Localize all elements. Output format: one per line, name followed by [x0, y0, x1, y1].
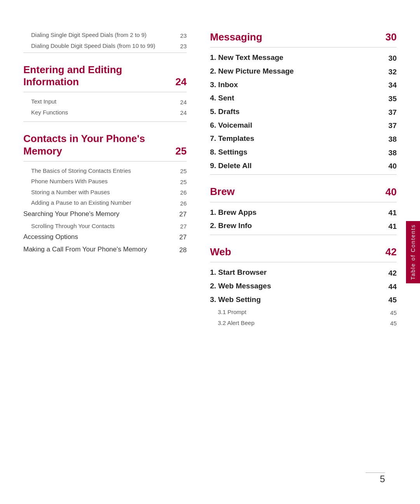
right-column: Messaging 30 1. New Text Message 30 2. N…	[210, 31, 397, 337]
list-item: 2. New Picture Message 32	[210, 67, 397, 76]
entry-label: 5. Drafts	[210, 107, 385, 117]
entry-page: 38	[385, 135, 397, 144]
section-header: Contacts in Your Phone's Memory 25	[23, 133, 187, 157]
entry-label: 3. Web Setting	[210, 295, 385, 305]
list-item: Searching Your Phone's Memory 27	[23, 210, 187, 218]
bottom-divider	[366, 472, 385, 473]
entry-page: 27	[175, 211, 187, 218]
list-item: 3. Inbox 34	[210, 80, 397, 90]
entry-label: 3. Inbox	[210, 80, 385, 90]
list-item: 7. Templates 38	[210, 134, 397, 144]
entry-label: Scrolling Through Your Contacts	[31, 222, 175, 230]
list-item: Phone Numbers With Pauses 25	[23, 177, 187, 185]
entry-page: 27	[175, 234, 187, 241]
section-page-num: 40	[381, 186, 397, 198]
section-title: Web	[210, 246, 231, 258]
section-page-num: 25	[171, 145, 187, 157]
entry-page: 38	[385, 149, 397, 157]
entry-page: 23	[175, 43, 187, 49]
entry-label: 7. Templates	[210, 134, 385, 144]
list-item: 6. Voicemail 37	[210, 121, 397, 130]
section-header: Web 42	[210, 246, 397, 258]
section-header: Messaging 30	[210, 31, 397, 43]
entry-label: 4. Sent	[210, 93, 385, 103]
list-item: 3.1 Prompt 45	[210, 308, 397, 316]
entry-page: 23	[175, 32, 187, 39]
entry-label: Key Functions	[31, 109, 175, 116]
entry-page: 37	[385, 108, 397, 117]
list-item: 2. Web Messages 44	[210, 281, 397, 291]
list-item: 4. Sent 35	[210, 93, 397, 103]
side-tab: Table of Contents	[406, 221, 420, 283]
section-page-num: 42	[381, 246, 397, 258]
entry-label: 1. Brew Apps	[210, 208, 385, 218]
section-web: Web 42 1. Start Browser 42 2. Web Messag…	[210, 246, 397, 327]
list-item: Dialing Double Digit Speed Dials (from 1…	[23, 42, 187, 50]
section-header: Brew 40	[210, 186, 397, 198]
section-divider	[23, 121, 187, 122]
section-title: Contacts in Your Phone's Memory	[23, 133, 171, 157]
entry-page: 32	[385, 68, 397, 76]
entry-label: Dialing Single Digit Speed Dials (from 2…	[23, 31, 175, 39]
entry-label: Searching Your Phone's Memory	[23, 210, 175, 218]
section-brew: Brew 40 1. Brew Apps 41 2. Brew Info 41	[210, 186, 397, 235]
entry-page: 30	[385, 54, 397, 63]
entry-page: 42	[385, 269, 397, 277]
section-divider	[210, 174, 397, 175]
section-divider	[210, 202, 397, 202]
list-item: The Basics of Storing Contacts Entries 2…	[23, 167, 187, 175]
section-header: Entering and Editing Information 24	[23, 64, 187, 88]
entry-page: 41	[385, 222, 397, 231]
entry-label: Making a Call From Your Phone's Memory	[23, 245, 175, 254]
entry-page: 25	[175, 168, 187, 174]
entry-label: 3.1 Prompt	[218, 308, 385, 316]
list-item: 1. Brew Apps 41	[210, 208, 397, 218]
entry-label: Dialing Double Digit Speed Dials (from 1…	[23, 42, 175, 50]
section-divider	[23, 92, 187, 92]
list-item: 1. New Text Message 30	[210, 53, 397, 63]
entry-label: The Basics of Storing Contacts Entries	[31, 167, 175, 175]
entry-page: 27	[175, 223, 187, 230]
section-title: Brew	[210, 186, 235, 198]
list-item: Dialing Single Digit Speed Dials (from 2…	[23, 31, 187, 39]
entry-label: 9. Delete All	[210, 161, 385, 171]
list-item: Text Input 24	[23, 98, 187, 105]
list-item: Storing a Number with Pauses 26	[23, 188, 187, 196]
entry-page: 44	[385, 283, 397, 291]
list-item: 2. Brew Info 41	[210, 221, 397, 231]
list-item: Accessing Options 27	[23, 233, 187, 241]
page-container: Dialing Single Digit Speed Dials (from 2…	[0, 0, 420, 504]
entry-label: Text Input	[31, 98, 175, 105]
section-entering-editing: Entering and Editing Information 24 Text…	[23, 64, 187, 122]
entry-label: Adding a Pause to an Existing Number	[31, 199, 175, 207]
left-column: Dialing Single Digit Speed Dials (from 2…	[23, 31, 187, 337]
entry-page: 25	[175, 179, 187, 185]
section-page-num: 24	[171, 76, 187, 88]
entry-page: 26	[175, 200, 187, 207]
section-divider	[210, 235, 397, 235]
section-title: Messaging	[210, 31, 262, 43]
entry-label: 2. Brew Info	[210, 221, 385, 231]
entry-page: 37	[385, 121, 397, 130]
entry-page: 26	[175, 189, 187, 196]
section-title: Entering and Editing Information	[23, 64, 171, 88]
list-item: 3. Web Setting 45	[210, 295, 397, 305]
entry-label: 2. New Picture Message	[210, 67, 385, 76]
section-divider	[23, 53, 187, 53]
list-item: Key Functions 24	[23, 109, 187, 116]
side-tab-label: Table of Contents	[410, 224, 416, 280]
entry-page: 28	[175, 246, 187, 254]
list-item: 3.2 Alert Beep 45	[210, 319, 397, 327]
entry-label: 6. Voicemail	[210, 121, 385, 130]
entry-label: Accessing Options	[23, 233, 175, 241]
section-contacts-memory: Contacts in Your Phone's Memory 25 The B…	[23, 133, 187, 254]
entry-page: 45	[385, 309, 397, 316]
list-item: 5. Drafts 37	[210, 107, 397, 117]
entry-page: 40	[385, 162, 397, 170]
entry-page: 24	[175, 99, 187, 105]
entry-label: 8. Settings	[210, 148, 385, 157]
section-divider	[23, 161, 187, 162]
section-messaging: Messaging 30 1. New Text Message 30 2. N…	[210, 31, 397, 175]
content-area: Dialing Single Digit Speed Dials (from 2…	[23, 31, 397, 337]
list-item: Scrolling Through Your Contacts 27	[23, 222, 187, 230]
